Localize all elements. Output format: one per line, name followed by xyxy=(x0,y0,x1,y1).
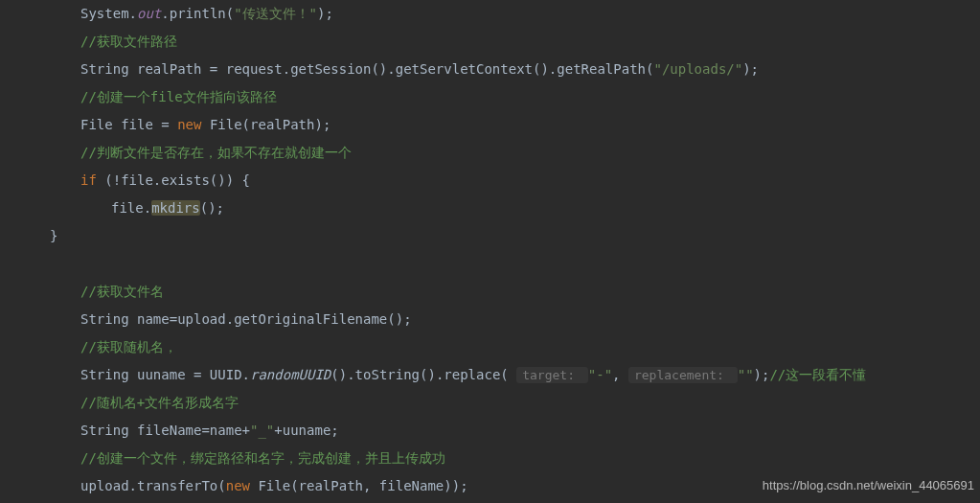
code-text: file. xyxy=(111,200,151,216)
comment: //这一段看不懂 xyxy=(769,367,866,382)
code-line: file.mkdirs(); xyxy=(80,194,980,222)
static-field: out xyxy=(137,6,161,21)
keyword-new: new xyxy=(177,117,210,132)
method-warn: mkdirs xyxy=(151,200,200,216)
keyword-if: if xyxy=(80,172,104,188)
string-literal: "_" xyxy=(250,423,274,438)
comment: //创建一个文件，绑定路径和名字，完成创建，并且上传成功 xyxy=(80,450,445,466)
code-editor[interactable]: System.out.println("传送文件！"); //获取文件路径 St… xyxy=(80,0,980,503)
code-line: //获取随机名， xyxy=(80,333,980,361)
code-text: String name=upload.getOriginalFilename()… xyxy=(80,311,412,327)
string-literal: "传送文件！" xyxy=(234,6,317,21)
code-line: //判断文件是否存在，如果不存在就创建一个 xyxy=(80,139,980,167)
code-line: //获取文件名 xyxy=(80,278,980,306)
code-text: System. xyxy=(80,6,137,21)
comment: //创建一个file文件指向该路径 xyxy=(80,89,277,104)
string-literal: "" xyxy=(738,367,754,382)
keyword-new: new xyxy=(226,478,259,493)
code-text: (); xyxy=(200,200,224,216)
code-line: System.out.println("传送文件！"); xyxy=(80,0,980,28)
watermark: https://blog.csdn.net/weixin_44065691 xyxy=(763,471,974,499)
static-method: randomUUID xyxy=(250,367,330,382)
code-text: ); xyxy=(317,6,333,21)
comment: //获取文件名 xyxy=(80,284,164,299)
code-text: ().toString().replace( xyxy=(330,367,516,382)
code-line: //创建一个file文件指向该路径 xyxy=(80,83,980,111)
code-line: //随机名+文件名形成名字 xyxy=(80,389,980,417)
code-text: File file = xyxy=(80,117,177,132)
code-line: } xyxy=(50,222,980,250)
comment: //随机名+文件名形成名字 xyxy=(80,395,239,410)
string-literal: "-" xyxy=(588,367,612,382)
comment: //获取随机名， xyxy=(80,339,177,354)
code-text: String uuname = UUID. xyxy=(80,367,250,382)
code-text: ); xyxy=(754,367,770,382)
code-line-empty xyxy=(80,250,980,278)
code-text: String fileName=name+ xyxy=(80,423,250,438)
code-text: ); xyxy=(742,61,759,77)
code-line: String realPath = request.getSession().g… xyxy=(80,56,980,83)
code-text: String realPath = request.getSession().g… xyxy=(80,61,653,77)
code-line: String name=upload.getOriginalFilename()… xyxy=(80,306,980,333)
code-text: (!file.exists()) { xyxy=(104,172,250,188)
code-text: File(realPath); xyxy=(210,117,330,132)
code-text: } xyxy=(50,228,57,243)
code-text: .println( xyxy=(161,6,234,21)
code-text: +uuname; xyxy=(274,423,338,438)
code-line: String fileName=name+"_"+uuname; xyxy=(80,417,980,445)
code-text: upload.transferTo( xyxy=(80,478,226,493)
code-line: File file = new File(realPath); xyxy=(80,111,980,139)
string-literal: "/uploads/" xyxy=(653,61,742,77)
code-line: //获取文件路径 xyxy=(80,28,980,56)
comment: //获取文件路径 xyxy=(80,34,177,49)
param-hint: replacement: xyxy=(628,367,738,383)
code-line: String uuname = UUID.randomUUID().toStri… xyxy=(80,361,980,389)
code-line: if (!file.exists()) { xyxy=(80,167,980,194)
param-hint: target: xyxy=(516,367,588,383)
code-line: //创建一个文件，绑定路径和名字，完成创建，并且上传成功 xyxy=(80,445,980,472)
code-text: File(realPath, fileName)); xyxy=(258,478,467,493)
comment: //判断文件是否存在，如果不存在就创建一个 xyxy=(80,145,352,160)
code-text: , xyxy=(612,367,628,382)
